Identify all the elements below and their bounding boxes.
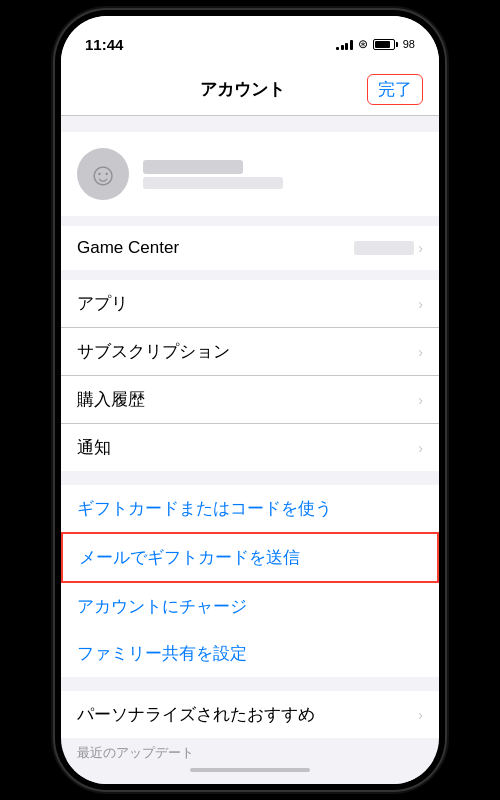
chevron-icon: › [418,240,423,256]
profile-info [143,160,283,189]
avatar: ☺ [77,148,129,200]
status-icons: ⊛ 98 [336,37,415,51]
nav-bar: アカウント 完了 [61,64,439,116]
phone-screen: 11:44 ⊛ 98 アカウン [61,16,439,784]
status-bar: 11:44 ⊛ 98 [61,16,439,64]
page-title: アカウント [200,78,285,101]
game-center-item[interactable]: Game Center › [61,226,439,270]
avatar-icon: ☺ [87,158,120,190]
link-gift-card-code[interactable]: ギフトカードまたはコードを使う [61,485,439,532]
game-center-value [354,241,414,255]
menu-item-label: 通知 [77,436,111,459]
list-item-personalization[interactable]: パーソナライズされたおすすめ › [61,691,439,738]
profile-email [143,177,283,189]
list-item-notifications[interactable]: 通知 › [61,424,439,471]
signal-icon [336,38,353,50]
personalization-section: パーソナライズされたおすすめ › [61,691,439,738]
home-bar [190,768,310,772]
battery-level: 98 [403,38,415,50]
wifi-icon: ⊛ [358,37,368,51]
recent-updates-label: 最近のアップデート [61,738,439,760]
menu-item-label: アプリ [77,292,128,315]
game-center-value-area: › [354,240,423,256]
profile-section[interactable]: ☺ [61,132,439,216]
game-center-label: Game Center [77,238,179,258]
game-center-section: Game Center › [61,226,439,270]
profile-name [143,160,243,174]
link-family-sharing[interactable]: ファミリー共有を設定 [61,630,439,677]
menu-item-label: 購入履歴 [77,388,145,411]
status-time: 11:44 [85,36,123,53]
content-area: ☺ Game Center › [61,116,439,760]
battery-icon [373,39,398,50]
menu-item-label: サブスクリプション [77,340,230,363]
done-button[interactable]: 完了 [367,74,423,105]
links-section: ギフトカードまたはコードを使う メールでギフトカードを送信 アカウントにチャージ… [61,481,439,681]
menu-section: アプリ › サブスクリプション › 購入履歴 › 通知 › [61,280,439,471]
phone-frame: 11:44 ⊛ 98 アカウン [55,10,445,790]
chevron-icon: › [418,707,423,723]
list-item-subscriptions[interactable]: サブスクリプション › [61,328,439,376]
link-send-gift-card[interactable]: メールでギフトカードを送信 [61,532,439,583]
chevron-icon: › [418,344,423,360]
link-charge-account[interactable]: アカウントにチャージ [61,583,439,630]
chevron-icon: › [418,440,423,456]
personalization-label: パーソナライズされたおすすめ [77,703,315,726]
home-indicator [61,760,439,784]
chevron-icon: › [418,296,423,312]
list-item-purchase-history[interactable]: 購入履歴 › [61,376,439,424]
links-group: ギフトカードまたはコードを使う メールでギフトカードを送信 アカウントにチャージ… [61,485,439,677]
list-item-apps[interactable]: アプリ › [61,280,439,328]
chevron-icon: › [418,392,423,408]
